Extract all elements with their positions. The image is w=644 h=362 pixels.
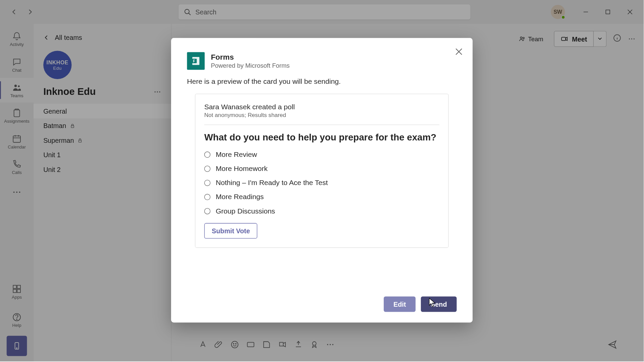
poll-option[interactable]: More Homework bbox=[204, 165, 439, 173]
poll-option[interactable]: Nothing – I'm Ready to Ace the Test bbox=[204, 179, 439, 187]
radio-icon bbox=[204, 208, 210, 214]
option-label: More Review bbox=[216, 150, 257, 159]
modal-subtitle: Powered by Microsoft Forms bbox=[211, 62, 290, 69]
poll-question: What do you need to help you prepare for… bbox=[204, 131, 439, 143]
poll-option[interactable]: Group Discussions bbox=[204, 207, 439, 215]
poll-creator-line: Sara Wanasek created a poll bbox=[204, 103, 439, 111]
modal-title: Forms bbox=[211, 53, 290, 62]
close-icon bbox=[455, 48, 463, 56]
preview-text: Here is a preview of the card you will b… bbox=[187, 78, 457, 86]
divider bbox=[204, 125, 439, 125]
poll-option[interactable]: More Review bbox=[204, 150, 439, 159]
forms-icon: F bbox=[187, 52, 205, 70]
radio-icon bbox=[204, 180, 210, 186]
modal-close-button[interactable] bbox=[452, 45, 466, 60]
send-button[interactable]: Send bbox=[421, 296, 457, 312]
poll-meta-line: Not anonymous; Results shared bbox=[204, 112, 439, 119]
option-label: More Homework bbox=[216, 165, 268, 173]
radio-icon bbox=[204, 152, 210, 158]
submit-vote-button[interactable]: Submit Vote bbox=[204, 223, 258, 238]
edit-label: Edit bbox=[393, 300, 406, 308]
submit-label: Submit Vote bbox=[212, 227, 250, 234]
option-label: More Readings bbox=[216, 193, 264, 201]
send-label: Send bbox=[431, 300, 447, 308]
radio-icon bbox=[204, 194, 210, 200]
radio-icon bbox=[204, 166, 210, 172]
option-label: Group Discussions bbox=[216, 207, 275, 215]
forms-modal: F Forms Powered by Microsoft Forms Here … bbox=[171, 38, 473, 322]
poll-option[interactable]: More Readings bbox=[204, 193, 439, 201]
svg-text:F: F bbox=[193, 59, 195, 63]
poll-card: Sara Wanasek created a poll Not anonymou… bbox=[195, 94, 449, 248]
modal-overlay: F Forms Powered by Microsoft Forms Here … bbox=[0, 0, 644, 361]
option-label: Nothing – I'm Ready to Ace the Test bbox=[216, 179, 328, 187]
edit-button[interactable]: Edit bbox=[384, 296, 416, 312]
poll-options: More Review More Homework Nothing – I'm … bbox=[204, 150, 439, 215]
app-window: Search SW Activity bbox=[0, 0, 644, 361]
